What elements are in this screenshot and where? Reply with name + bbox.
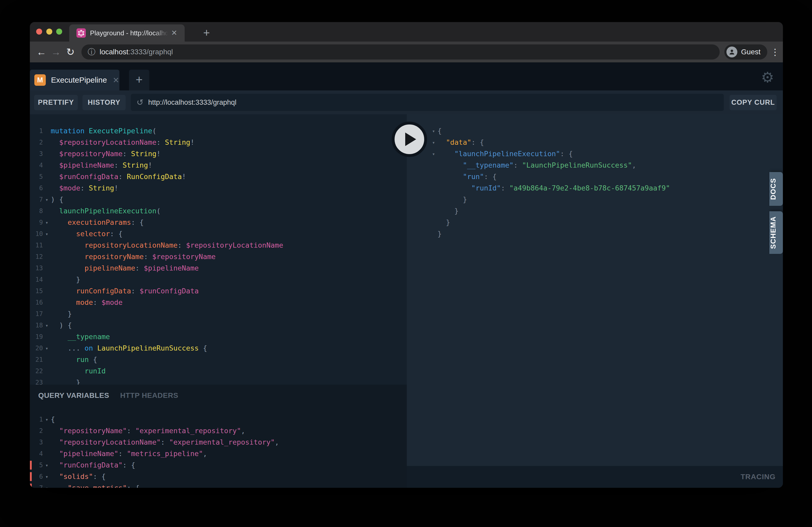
- code-line: ▾{: [430, 125, 783, 137]
- code-line: "run": {: [430, 171, 783, 182]
- error-marker-bar: [30, 472, 32, 481]
- code-line: "runId": "a49b864a-79e2-4be8-b78c-687457…: [430, 182, 783, 194]
- code-text: repositoryName: $repositoryName: [51, 253, 216, 261]
- line-number: 6: [30, 182, 43, 194]
- history-button[interactable]: HISTORY: [83, 95, 126, 110]
- line-number: 13: [30, 262, 43, 274]
- code-text: "run": {: [437, 172, 497, 181]
- site-info-icon[interactable]: ⓘ: [88, 47, 96, 57]
- fold-arrow-icon[interactable]: ▾: [430, 125, 437, 137]
- code-text: launchPipelineExecution(: [51, 207, 161, 215]
- tab-query-variables[interactable]: QUERY VARIABLES: [38, 391, 109, 400]
- fold-arrow-icon[interactable]: ▾: [43, 460, 51, 471]
- code-line: 22 runId: [30, 365, 407, 377]
- browser-tab[interactable]: Playground - http://localhost:3 ✕: [69, 25, 185, 42]
- code-line: 9▾ executionParams: {: [30, 217, 407, 228]
- code-text: ) {: [51, 195, 63, 204]
- fold-arrow-icon[interactable]: ▾: [43, 320, 51, 331]
- fold-arrow-icon[interactable]: ▾: [43, 228, 51, 240]
- prettify-button[interactable]: PRETTIFY: [34, 95, 78, 110]
- code-text: $mode: String!: [51, 184, 118, 192]
- code-text: __typename: [51, 333, 110, 341]
- code-text: }: [437, 218, 450, 226]
- code-text: runConfigData: $runConfigData: [51, 287, 199, 295]
- close-window-button[interactable]: [36, 29, 42, 34]
- fold-arrow-icon[interactable]: ▾: [43, 343, 51, 354]
- line-number: 23: [30, 377, 43, 385]
- tab-http-headers[interactable]: HTTP HEADERS: [120, 391, 178, 400]
- line-number: 5: [30, 171, 43, 182]
- query-editor[interactable]: 1mutation ExecutePipeline(2 $repositoryL…: [30, 114, 407, 385]
- execute-play-button[interactable]: [392, 122, 427, 157]
- line-number: 3: [30, 437, 43, 448]
- graphql-favicon-icon: [76, 28, 86, 38]
- line-number: 18: [30, 320, 43, 331]
- fold-arrow-icon[interactable]: ▾: [43, 471, 51, 482]
- code-line: 6 $mode: String!: [30, 182, 407, 194]
- code-text: ) {: [51, 321, 72, 329]
- close-tab-icon[interactable]: ✕: [171, 29, 177, 36]
- url-path: :3333/graphql: [129, 48, 173, 56]
- fold-arrow-icon[interactable]: ▾: [430, 137, 437, 148]
- fold-arrow-icon[interactable]: ▾: [43, 217, 51, 228]
- variables-editor[interactable]: 1▾{2 "repositoryName": "experimental_rep…: [30, 414, 407, 488]
- line-number: 22: [30, 365, 43, 377]
- code-text: "save_metrics": {: [51, 484, 140, 488]
- docs-side-tab[interactable]: DOCS: [769, 172, 783, 206]
- tracing-toggle[interactable]: TRACING: [740, 473, 775, 481]
- code-line: "__typename": "LaunchPipelineRunSuccess"…: [430, 160, 783, 171]
- code-line: 1mutation ExecutePipeline(: [30, 125, 407, 137]
- line-number: 4: [30, 160, 43, 171]
- line-number: 11: [30, 240, 43, 251]
- browser-menu-icon[interactable]: ⋮: [767, 47, 783, 57]
- schema-side-tab[interactable]: SCHEMA: [769, 211, 783, 254]
- line-number: 1: [30, 125, 43, 137]
- code-text: {: [51, 415, 55, 423]
- playground-main: 1mutation ExecutePipeline(2 $repositoryL…: [30, 114, 783, 488]
- session-tab-title: ExecutePipeline: [51, 76, 107, 85]
- error-marker-bar: [30, 484, 32, 488]
- code-text: runId: [51, 367, 106, 375]
- code-line: 3 $repositoryName: String!: [30, 148, 407, 160]
- line-number: 3: [30, 148, 43, 160]
- fold-arrow-icon[interactable]: ▾: [43, 482, 51, 488]
- close-session-icon[interactable]: ✕: [113, 76, 119, 85]
- endpoint-input[interactable]: ↻ http://localhost:3333/graphql: [131, 94, 724, 111]
- code-line: 4 $pipelineName: String!: [30, 160, 407, 171]
- reload-icon[interactable]: ↻: [63, 47, 78, 57]
- session-tab-executepipeline[interactable]: M ExecutePipeline ✕: [30, 70, 119, 90]
- code-line: 20▾ ... on LaunchPipelineRunSuccess {: [30, 343, 407, 354]
- new-session-button[interactable]: +: [129, 70, 149, 90]
- code-line: 4 "pipelineName": "metrics_pipeline",: [30, 448, 407, 460]
- code-text: mode: $mode: [51, 298, 122, 306]
- url-host: localhost: [100, 48, 129, 56]
- code-line: 10▾ selector: {: [30, 228, 407, 240]
- browser-tab-title: Playground - http://localhost:3: [90, 29, 168, 37]
- copy-curl-button[interactable]: COPY CURL: [729, 95, 777, 110]
- line-number: 2: [30, 425, 43, 437]
- code-text: "pipelineName": "metrics_pipeline",: [51, 450, 207, 457]
- zoom-window-button[interactable]: [56, 29, 62, 34]
- fold-arrow-icon[interactable]: ▾: [430, 148, 437, 160]
- response-viewer: ▾{▾ "data": {▾ "launchPipelineExecution"…: [407, 125, 783, 240]
- code-line: }: [430, 194, 783, 205]
- line-number: 7: [30, 194, 43, 205]
- line-number: 17: [30, 308, 43, 320]
- code-line: 19 __typename: [30, 331, 407, 343]
- back-icon[interactable]: ←: [34, 47, 49, 57]
- mutation-badge: M: [34, 74, 46, 86]
- profile-button[interactable]: Guest: [724, 44, 767, 60]
- avatar-icon: [726, 46, 737, 57]
- code-text: executionParams: {: [51, 218, 144, 226]
- new-tab-button[interactable]: +: [200, 27, 213, 39]
- fold-arrow-icon[interactable]: ▾: [43, 414, 51, 425]
- forward-icon[interactable]: →: [49, 47, 63, 57]
- settings-gear-icon[interactable]: ⚙: [758, 68, 777, 87]
- code-text: }: [437, 230, 441, 238]
- fold-arrow-icon[interactable]: ▾: [43, 194, 51, 205]
- address-bar[interactable]: ⓘ localhost:3333/graphql: [82, 44, 720, 60]
- minimize-window-button[interactable]: [46, 29, 52, 34]
- code-line: 7▾) {: [30, 194, 407, 205]
- code-text: repositoryLocationName: $repositoryLocat…: [51, 241, 283, 249]
- line-number: 1: [30, 414, 43, 425]
